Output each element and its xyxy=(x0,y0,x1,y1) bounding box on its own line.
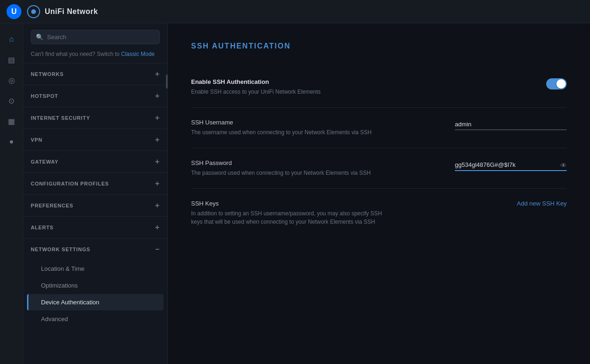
ssh-password-description: The password used when connecting to you… xyxy=(191,169,387,177)
section-network-settings-label: NETWORK SETTINGS xyxy=(31,247,90,252)
section-alerts-label: ALERTS xyxy=(31,225,54,230)
ssh-username-description: The username used when connecting to you… xyxy=(191,128,387,137)
section-network-settings-header[interactable]: NETWORK SETTINGS − xyxy=(23,239,167,260)
ssh-keys-label-group: SSH Keys In addition to setting an SSH u… xyxy=(191,200,455,226)
unifi-icon-dot xyxy=(31,9,36,14)
expand-icon-networks: + xyxy=(155,70,160,78)
section-hotspot: HOTSPOT + xyxy=(23,85,167,107)
main-content: SSH AUTHENTICATION Enable SSH Authentica… xyxy=(168,23,590,364)
section-network-settings: NETWORK SETTINGS − Location & Time Optim… xyxy=(23,238,167,327)
setting-ssh-password: SSH Password The password used when conn… xyxy=(191,148,567,189)
enable-ssh-control xyxy=(473,78,567,89)
expand-icon-network-settings: − xyxy=(155,245,160,254)
section-networks-header[interactable]: NETWORKS + xyxy=(23,63,167,85)
ssh-keys-description: In addition to setting an SSH username/p… xyxy=(191,209,387,226)
search-icon: 🔍 xyxy=(36,34,43,41)
section-networks: NETWORKS + xyxy=(23,63,167,85)
ssh-password-input[interactable] xyxy=(455,159,567,171)
toggle-password-visibility-icon[interactable]: 👁 xyxy=(560,162,567,169)
page-title: SSH AUTHENTICATION xyxy=(191,42,567,50)
brand-network: Network xyxy=(65,7,98,15)
search-box[interactable]: 🔍 xyxy=(31,30,160,44)
section-networks-label: NETWORKS xyxy=(31,71,64,77)
section-config-profiles-header[interactable]: CONFIGURATION PROFILES + xyxy=(23,173,167,194)
ssh-username-label: SSH Username xyxy=(191,119,436,126)
enable-ssh-label-group: Enable SSH Authentication Enable SSH acc… xyxy=(191,78,455,96)
section-config-profiles: CONFIGURATION PROFILES + xyxy=(23,172,167,194)
section-vpn-label: VPN xyxy=(31,137,42,143)
enable-ssh-toggle[interactable] xyxy=(546,78,567,89)
enable-ssh-label: Enable SSH Authentication xyxy=(191,78,455,85)
section-preferences-header[interactable]: PREFERENCES + xyxy=(23,195,167,216)
expand-icon-hotspot: + xyxy=(155,92,160,100)
enable-ssh-description: Enable SSH access to your UniFi Network … xyxy=(191,88,387,96)
nav-reports[interactable]: ▦ xyxy=(3,113,20,130)
add-ssh-key-button[interactable]: Add new SSH Key xyxy=(517,200,567,207)
nav-stats[interactable]: ▤ xyxy=(3,51,20,68)
section-internet-security-header[interactable]: INTERNET SECURITY + xyxy=(23,107,167,129)
section-gateway-label: GATEWAY xyxy=(31,159,58,165)
ssh-username-label-group: SSH Username The username used when conn… xyxy=(191,119,436,137)
ssh-keys-control: Add new SSH Key xyxy=(473,200,567,207)
expand-icon-config-profiles: + xyxy=(155,179,160,188)
ssh-password-control: 👁 xyxy=(455,159,567,171)
classic-mode-link[interactable]: Classic Mode xyxy=(121,51,155,57)
sidebar: 🔍 Can't find what you need? Switch to Cl… xyxy=(23,23,168,364)
section-preferences-label: PREFERENCES xyxy=(31,203,73,208)
toggle-knob xyxy=(556,79,566,89)
nav-home[interactable]: ⌂ xyxy=(3,31,20,48)
expand-icon-internet-security: + xyxy=(155,114,160,122)
ssh-keys-label: SSH Keys xyxy=(191,200,455,207)
sidebar-item-optimizations[interactable]: Optimizations xyxy=(27,277,164,294)
search-input[interactable] xyxy=(47,34,155,41)
section-internet-security: INTERNET SECURITY + xyxy=(23,107,167,129)
ssh-password-label: SSH Password xyxy=(191,159,436,166)
classic-mode-hint: Can't find what you need? Switch to Clas… xyxy=(23,51,167,63)
topbar: U UniFi Network xyxy=(0,0,590,23)
ssh-username-control xyxy=(455,119,567,130)
setting-ssh-username: SSH Username The username used when conn… xyxy=(191,108,567,148)
setting-ssh-keys: SSH Keys In addition to setting an SSH u… xyxy=(191,189,567,237)
section-vpn: VPN + xyxy=(23,129,167,151)
section-hotspot-label: HOTSPOT xyxy=(31,93,58,99)
sidebar-item-advanced[interactable]: Advanced xyxy=(27,311,164,327)
unifi-network-icon xyxy=(27,5,40,18)
ssh-username-input[interactable] xyxy=(455,119,567,130)
brand-name: UniFi Network xyxy=(45,7,98,16)
nav-vpn[interactable]: ⊙ xyxy=(3,92,20,109)
section-config-profiles-label: CONFIGURATION PROFILES xyxy=(31,181,109,186)
expand-icon-alerts: + xyxy=(155,223,160,232)
brand-unifi: UniFi xyxy=(45,7,65,15)
section-gateway-header[interactable]: GATEWAY + xyxy=(23,151,167,172)
section-vpn-header[interactable]: VPN + xyxy=(23,129,167,151)
section-alerts-header[interactable]: ALERTS + xyxy=(23,217,167,238)
section-preferences: PREFERENCES + xyxy=(23,194,167,216)
expand-icon-gateway: + xyxy=(155,158,160,166)
password-input-wrapper: 👁 xyxy=(455,159,567,171)
sidebar-scrollbar[interactable] xyxy=(166,75,168,89)
sidebar-item-location-time[interactable]: Location & Time xyxy=(27,261,164,277)
section-internet-security-label: INTERNET SECURITY xyxy=(31,115,90,121)
sidebar-item-device-authentication[interactable]: Device Authentication xyxy=(27,294,164,310)
ubiquiti-logo: U xyxy=(7,4,21,19)
setting-enable-ssh: Enable SSH Authentication Enable SSH acc… xyxy=(191,67,567,108)
search-container: 🔍 xyxy=(23,23,167,51)
nav-help[interactable]: ● xyxy=(3,133,20,150)
section-alerts: ALERTS + xyxy=(23,216,167,238)
ssh-password-label-group: SSH Password The password used when conn… xyxy=(191,159,436,177)
section-hotspot-header[interactable]: HOTSPOT + xyxy=(23,85,167,107)
section-gateway: GATEWAY + xyxy=(23,151,167,172)
icon-nav: ⌂ ▤ ◎ ⊙ ▦ ● xyxy=(0,23,23,364)
nav-location[interactable]: ◎ xyxy=(3,72,20,89)
expand-icon-preferences: + xyxy=(155,201,160,210)
expand-icon-vpn: + xyxy=(155,136,160,144)
